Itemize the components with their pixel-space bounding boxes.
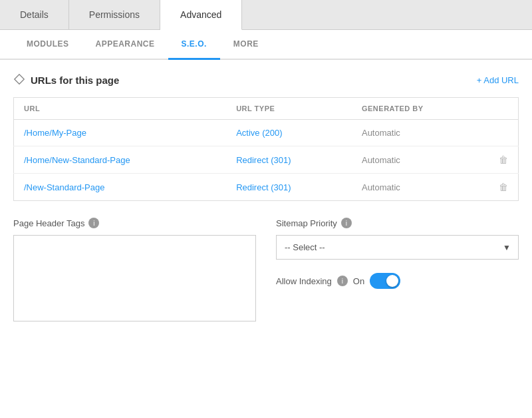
sub-tabs-bar: MODULES APPEARANCE S.E.O. MORE xyxy=(0,30,532,60)
tab-permissions[interactable]: Permissions xyxy=(69,0,160,29)
sitemap-priority-label: Sitemap Priority xyxy=(276,218,337,228)
sub-tab-more[interactable]: MORE xyxy=(220,30,272,60)
generated-by-cell: Automatic xyxy=(362,182,400,192)
page-header-tags-info-icon[interactable]: i xyxy=(88,218,99,228)
col-header-actions xyxy=(489,98,519,120)
url-type-cell: Redirect (301) xyxy=(236,182,291,192)
table-row: /Home/New-Standard-Page Redirect (301) A… xyxy=(14,146,519,174)
right-panel: Sitemap Priority i -- Select -- 0.10.20.… xyxy=(276,218,519,323)
tab-advanced[interactable]: Advanced xyxy=(160,0,242,30)
allow-indexing-row: Allow Indexing i On xyxy=(276,273,519,289)
sub-tab-seo[interactable]: S.E.O. xyxy=(168,30,220,60)
sitemap-priority-select-wrapper: -- Select -- 0.10.20.3 0.40.50.6 0.70.80… xyxy=(276,235,519,260)
top-tabs-bar: Details Permissions Advanced xyxy=(0,0,532,30)
page-header-tags-panel: Page Header Tags i xyxy=(13,218,256,323)
table-row: /New-Standard-Page Redirect (301) Automa… xyxy=(14,174,519,201)
tab-details[interactable]: Details xyxy=(0,0,69,29)
bottom-panels: Page Header Tags i Sitemap Priority i --… xyxy=(13,218,519,323)
table-row: /Home/My-Page Active (200) Automatic xyxy=(14,120,519,146)
sitemap-priority-select[interactable]: -- Select -- 0.10.20.3 0.40.50.6 0.70.80… xyxy=(276,235,519,260)
allow-indexing-toggle[interactable] xyxy=(370,273,400,289)
allow-indexing-on-label: On xyxy=(353,276,364,286)
delete-row-icon[interactable]: 🗑 xyxy=(499,182,508,192)
sitemap-priority-section: Sitemap Priority i -- Select -- 0.10.20.… xyxy=(276,218,519,260)
urls-section-header: URLs for this page + Add URL xyxy=(13,73,519,87)
main-content: URLs for this page + Add URL URL URL TYP… xyxy=(0,60,532,337)
urls-title-text: URLs for this page xyxy=(31,75,119,86)
sub-tab-modules[interactable]: MODULES xyxy=(13,30,82,60)
col-header-generated-by: GENERATED BY xyxy=(352,98,489,120)
generated-by-cell: Automatic xyxy=(362,155,400,165)
add-url-button[interactable]: + Add URL xyxy=(477,75,519,85)
url-table: URL URL TYPE GENERATED BY /Home/My-Page … xyxy=(13,97,519,201)
diamond-icon xyxy=(13,73,25,87)
urls-section-title: URLs for this page xyxy=(13,73,119,87)
generated-by-cell: Automatic xyxy=(362,128,400,138)
header-tags-input[interactable] xyxy=(13,235,256,321)
page-header-tags-label: Page Header Tags xyxy=(13,218,84,228)
url-type-cell: Active (200) xyxy=(236,128,282,138)
col-header-url-type: URL TYPE xyxy=(226,98,352,120)
url-cell[interactable]: /Home/My-Page xyxy=(24,128,86,138)
sitemap-priority-info-icon[interactable]: i xyxy=(341,218,352,228)
allow-indexing-label: Allow Indexing xyxy=(276,276,332,286)
sub-tab-appearance[interactable]: APPEARANCE xyxy=(82,30,168,60)
delete-row-icon[interactable]: 🗑 xyxy=(499,154,508,165)
url-cell[interactable]: /New-Standard-Page xyxy=(24,182,104,192)
col-header-url: URL xyxy=(14,98,227,120)
url-cell[interactable]: /Home/New-Standard-Page xyxy=(24,155,130,165)
url-type-cell: Redirect (301) xyxy=(236,155,291,165)
allow-indexing-info-icon[interactable]: i xyxy=(337,276,348,286)
